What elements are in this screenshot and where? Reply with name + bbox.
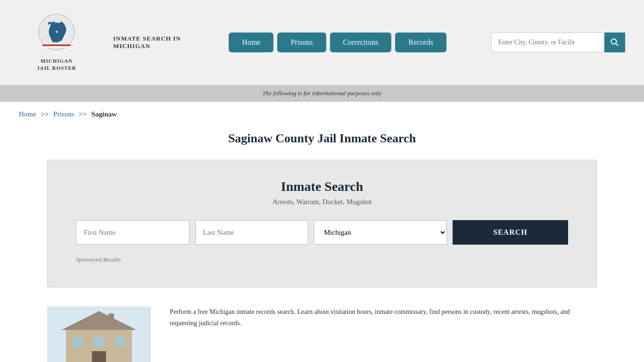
sponsored-label: Sponsored Results (76, 256, 568, 263)
main-nav: Home Prisons Corrections Records (198, 33, 477, 52)
breadcrumb-home-link[interactable]: Home (19, 110, 36, 118)
header-search (491, 33, 625, 52)
svg-rect-11 (116, 337, 125, 346)
site-logo: ★ MICHIGAN JAIL ROSTER (19, 13, 94, 72)
logo-text-line1: MICHIGAN JAIL ROSTER (37, 58, 76, 72)
nav-corrections-button[interactable]: Corrections (330, 33, 392, 52)
info-bar: The following is for informational purpo… (0, 85, 644, 102)
svg-rect-10 (94, 337, 104, 346)
nav-prisons-button[interactable]: Prisons (277, 33, 326, 52)
last-name-input[interactable] (195, 220, 309, 245)
search-icon (611, 38, 619, 47)
header-search-input[interactable] (491, 33, 604, 52)
svg-point-2 (611, 39, 617, 44)
svg-rect-8 (92, 351, 106, 362)
breadcrumb-current: Saginaw (91, 110, 117, 118)
inmate-search-form: Michigan Alabama Alaska Arizona Arkansas… (76, 220, 568, 245)
inmate-search-section: Inmate Search Arrests, Warrant, Docket, … (47, 160, 597, 288)
page-title-area: Saginaw County Jail Inmate Search (0, 127, 644, 160)
svg-text:★: ★ (55, 30, 58, 34)
info-bar-text: The following is for informational purpo… (263, 90, 382, 97)
breadcrumb: Home >> Prisons >> Saginaw (0, 102, 644, 127)
site-header: ★ MICHIGAN JAIL ROSTER INMATE SEARCH INM… (0, 0, 644, 85)
building-image (47, 306, 151, 362)
search-section-title: Inmate Search (76, 179, 568, 194)
state-select[interactable]: Michigan Alabama Alaska Arizona Arkansas… (314, 220, 447, 245)
search-section-subtitle: Arrests, Warrant, Docket, Mugshot (76, 198, 568, 206)
bottom-description: Perform a free Michigan inmate records s… (170, 306, 597, 329)
svg-rect-12 (108, 313, 114, 325)
search-submit-button[interactable]: SEARCH (453, 220, 568, 245)
bottom-section: Perform a free Michigan inmate records s… (0, 288, 644, 362)
breadcrumb-prisons-link[interactable]: Prisons (53, 110, 74, 118)
breadcrumb-sep1: >> (41, 110, 49, 118)
svg-rect-9 (73, 337, 83, 346)
nav-home-button[interactable]: Home (229, 33, 273, 52)
svg-line-3 (616, 43, 618, 46)
header-search-button[interactable] (604, 33, 625, 52)
site-title: INMATE SEARCH INMICHIGAN (113, 35, 184, 50)
building-illustration (47, 306, 151, 362)
first-name-input[interactable] (76, 220, 190, 245)
logo-icon: ★ (38, 13, 75, 56)
nav-records-button[interactable]: Records (395, 33, 446, 52)
page-title: Saginaw County Jail Inmate Search (19, 132, 625, 146)
breadcrumb-sep2: >> (79, 110, 87, 118)
